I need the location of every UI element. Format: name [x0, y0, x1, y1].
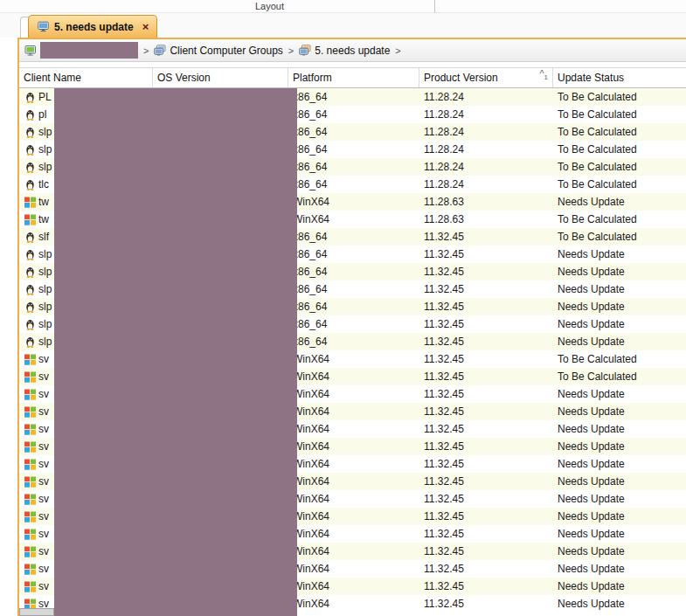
client-name-text: sv	[38, 580, 49, 592]
product-version-cell: 11.28.24	[419, 106, 553, 123]
update-status-cell: Needs Update	[553, 595, 686, 613]
platform-cell: x86_64	[288, 123, 419, 141]
client-name-text: sv	[38, 388, 49, 400]
linux-penguin-icon	[24, 249, 36, 260]
update-status-cell: To Be Calculated	[553, 88, 686, 106]
windows-logo-icon	[24, 476, 36, 488]
platform-cell: WinX64	[288, 420, 419, 438]
toolbar-strip: Layout	[0, 0, 686, 13]
platform-cell: x86_64	[288, 176, 419, 193]
scrollbar-corner[interactable]	[19, 608, 54, 616]
redaction-overlay	[54, 88, 297, 616]
update-status-cell: To Be Calculated	[553, 228, 686, 246]
tab-label: 5. needs update	[54, 21, 134, 33]
platform-cell: x86_64	[288, 263, 419, 280]
product-version-cell: 11.32.45	[419, 473, 553, 490]
column-header-os-version[interactable]: OS Version	[153, 68, 288, 87]
product-version-cell: 11.32.45	[419, 525, 553, 543]
client-name-text: slp	[38, 248, 52, 260]
product-version-cell: 11.32.45	[419, 350, 553, 368]
windows-logo-icon	[24, 459, 36, 470]
sort-indicator: ^1	[540, 68, 548, 79]
windows-logo-icon	[24, 406, 36, 418]
linux-penguin-icon	[24, 266, 36, 278]
tab-close-icon[interactable]: ×	[142, 21, 149, 32]
column-header-product-version[interactable]: Product Version ^1	[419, 68, 553, 87]
product-version-cell: 11.32.45	[419, 298, 553, 315]
toolbar-divider	[434, 0, 435, 13]
platform-cell: WinX64	[288, 525, 419, 543]
product-version-cell: 11.28.63	[419, 193, 553, 211]
client-name-text: slp	[38, 266, 52, 278]
breadcrumb-client-computer-groups[interactable]: Client Computer Groups	[170, 45, 282, 57]
platform-cell: WinX64	[288, 350, 419, 368]
client-name-text: sv	[38, 440, 49, 453]
linux-penguin-icon	[24, 336, 36, 348]
product-version-cell: 11.28.24	[419, 176, 553, 193]
platform-cell: x86_64	[288, 228, 419, 246]
windows-logo-icon	[24, 511, 36, 523]
client-name-text: slf	[38, 231, 49, 243]
content-panel: > Client Computer Groups >	[17, 38, 686, 616]
windows-logo-icon	[24, 424, 36, 435]
linux-penguin-icon	[24, 144, 36, 156]
update-status-cell: Needs Update	[553, 333, 686, 350]
breadcrumb-separator: >	[395, 45, 400, 56]
tab-needs-update[interactable]: 5. needs update ×	[28, 15, 157, 38]
linux-penguin-icon	[24, 232, 36, 243]
computer-group-icon	[299, 45, 311, 57]
linux-penguin-icon	[24, 284, 36, 295]
client-name-text: tw	[38, 196, 49, 208]
linux-penguin-icon	[24, 109, 36, 121]
column-header-client-name[interactable]: Client Name	[19, 68, 153, 87]
update-status-cell: Needs Update	[553, 263, 686, 280]
update-status-cell: To Be Calculated	[553, 211, 686, 228]
update-status-cell: Needs Update	[553, 473, 686, 490]
product-version-cell: 11.32.45	[419, 595, 553, 613]
client-name-text: sv	[38, 370, 49, 383]
client-name-text: slp	[38, 143, 52, 156]
platform-cell: x86_64	[288, 333, 419, 350]
linux-penguin-icon	[24, 162, 36, 173]
update-status-cell: Needs Update	[553, 508, 686, 525]
platform-cell: WinX64	[288, 560, 419, 578]
update-status-cell: To Be Calculated	[553, 176, 686, 193]
client-name-text: sv	[38, 458, 49, 470]
client-name-text: slp	[38, 126, 52, 138]
linux-penguin-icon	[24, 92, 36, 103]
platform-cell: WinX64	[288, 368, 419, 385]
linux-penguin-icon	[24, 179, 36, 190]
product-version-cell: 11.32.45	[419, 385, 553, 403]
client-name-text: PL	[38, 91, 52, 103]
column-label: Update Status	[558, 72, 624, 84]
linux-penguin-icon	[24, 127, 36, 138]
platform-cell: WinX64	[288, 508, 419, 525]
toolbar-layout-item[interactable]: Layout	[255, 1, 284, 11]
column-header-platform[interactable]: Platform	[288, 68, 419, 87]
update-status-cell: Needs Update	[553, 420, 686, 438]
product-version-cell: 11.32.45	[419, 438, 553, 455]
client-name-text: sv	[38, 563, 49, 575]
client-name-text: slp	[38, 318, 52, 330]
update-status-cell: Needs Update	[553, 438, 686, 455]
client-name-text: sv	[38, 353, 49, 365]
breadcrumb-needs-update-group[interactable]: 5. needs update	[315, 45, 390, 57]
client-computer-groups-icon	[154, 45, 166, 57]
update-status-cell: To Be Calculated	[553, 368, 686, 385]
client-name-text: tlc	[38, 178, 49, 190]
product-version-cell: 11.32.45	[419, 228, 553, 246]
column-header-update-status[interactable]: Update Status	[553, 68, 686, 87]
platform-cell: WinX64	[288, 438, 419, 455]
windows-logo-icon	[24, 389, 36, 400]
update-status-cell: Needs Update	[553, 298, 686, 315]
product-version-cell: 11.32.45	[419, 508, 553, 525]
product-version-cell: 11.32.45	[419, 560, 553, 578]
update-status-cell: To Be Calculated	[553, 158, 686, 176]
platform-cell: x86_64	[288, 298, 419, 315]
platform-cell: WinX64	[288, 403, 419, 420]
breadcrumb: > Client Computer Groups >	[19, 39, 686, 62]
product-version-cell: 11.28.24	[419, 141, 553, 158]
update-status-cell: Needs Update	[553, 455, 686, 473]
platform-cell: WinX64	[288, 578, 419, 595]
client-name-text: sv	[38, 475, 49, 488]
